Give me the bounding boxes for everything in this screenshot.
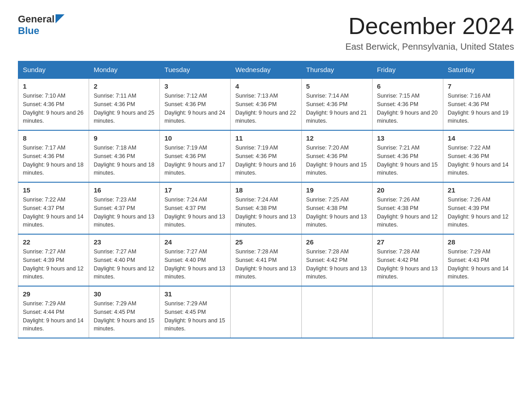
calendar-cell: 28 Sunrise: 7:29 AM Sunset: 4:43 PM Dayl… (443, 234, 514, 286)
sunrise-label: Sunrise: (377, 93, 398, 99)
sunrise-label: Sunrise: (164, 145, 185, 151)
calendar-cell (301, 286, 372, 338)
day-number: 30 (94, 290, 155, 298)
day-info: Sunrise: 7:17 AM Sunset: 4:36 PM Dayligh… (23, 144, 84, 177)
daylight-label: Daylight: (306, 265, 328, 272)
sunrise-label: Sunrise: (235, 145, 256, 151)
day-number: 23 (94, 238, 155, 246)
sunset-label: Sunset: (377, 257, 396, 263)
day-info: Sunrise: 7:12 AM Sunset: 4:36 PM Dayligh… (164, 92, 226, 125)
weekday-header-wednesday: Wednesday (231, 61, 301, 79)
daylight-label: Daylight: (164, 110, 186, 116)
sunset-label: Sunset: (306, 205, 325, 211)
calendar-cell: 24 Sunrise: 7:27 AM Sunset: 4:40 PM Dayl… (160, 234, 231, 286)
day-info: Sunrise: 7:24 AM Sunset: 4:37 PM Dayligh… (164, 196, 226, 229)
weekday-header-friday: Friday (372, 61, 443, 79)
daylight-label: Daylight: (164, 317, 186, 324)
sunset-label: Sunset: (377, 205, 396, 211)
calendar-cell: 31 Sunrise: 7:29 AM Sunset: 4:45 PM Dayl… (160, 286, 231, 338)
daylight-label: Daylight: (164, 214, 186, 220)
calendar-cell: 4 Sunrise: 7:13 AM Sunset: 4:36 PM Dayli… (231, 78, 301, 130)
calendar-cell: 16 Sunrise: 7:23 AM Sunset: 4:37 PM Dayl… (89, 182, 160, 234)
calendar-cell: 27 Sunrise: 7:28 AM Sunset: 4:42 PM Dayl… (372, 234, 443, 286)
sunset-label: Sunset: (377, 101, 396, 107)
day-number: 6 (377, 82, 438, 90)
weekday-header-thursday: Thursday (301, 61, 372, 79)
calendar-cell: 29 Sunrise: 7:29 AM Sunset: 4:44 PM Dayl… (18, 286, 89, 338)
day-info: Sunrise: 7:25 AM Sunset: 4:38 PM Dayligh… (306, 196, 368, 229)
day-info: Sunrise: 7:28 AM Sunset: 4:41 PM Dayligh… (235, 248, 296, 281)
sunset-label: Sunset: (94, 153, 112, 159)
daylight-label: Daylight: (235, 265, 257, 272)
calendar-cell (443, 286, 514, 338)
sunset-label: Sunset: (23, 257, 42, 263)
daylight-label: Daylight: (23, 110, 45, 116)
calendar-cell: 13 Sunrise: 7:21 AM Sunset: 4:36 PM Dayl… (372, 130, 443, 182)
day-number: 28 (448, 238, 509, 246)
sunset-label: Sunset: (306, 257, 325, 263)
calendar-cell: 22 Sunrise: 7:27 AM Sunset: 4:39 PM Dayl… (18, 234, 89, 286)
day-info: Sunrise: 7:15 AM Sunset: 4:36 PM Dayligh… (377, 92, 438, 125)
day-number: 1 (23, 82, 84, 90)
day-info: Sunrise: 7:29 AM Sunset: 4:43 PM Dayligh… (448, 248, 509, 281)
sunrise-label: Sunrise: (377, 197, 398, 203)
sunrise-label: Sunrise: (164, 300, 185, 307)
day-number: 3 (164, 82, 226, 90)
daylight-label: Daylight: (377, 162, 399, 168)
day-number: 7 (448, 82, 509, 90)
calendar-cell: 15 Sunrise: 7:22 AM Sunset: 4:37 PM Dayl… (18, 182, 89, 234)
day-number: 9 (94, 134, 155, 142)
sunrise-label: Sunrise: (448, 248, 468, 255)
day-info: Sunrise: 7:29 AM Sunset: 4:44 PM Dayligh… (23, 300, 84, 333)
sunset-label: Sunset: (94, 309, 112, 315)
calendar-cell: 14 Sunrise: 7:22 AM Sunset: 4:36 PM Dayl… (443, 130, 514, 182)
sunset-label: Sunset: (23, 309, 42, 315)
calendar-cell: 30 Sunrise: 7:29 AM Sunset: 4:45 PM Dayl… (89, 286, 160, 338)
day-info: Sunrise: 7:28 AM Sunset: 4:42 PM Dayligh… (377, 248, 438, 281)
calendar-cell: 17 Sunrise: 7:24 AM Sunset: 4:37 PM Dayl… (160, 182, 231, 234)
sunset-label: Sunset: (164, 101, 183, 107)
sunset-label: Sunset: (94, 205, 112, 211)
daylight-label: Daylight: (94, 110, 116, 116)
sunrise-label: Sunrise: (94, 300, 114, 307)
day-number: 22 (23, 238, 84, 246)
sunrise-label: Sunrise: (235, 93, 256, 99)
sunset-label: Sunset: (164, 309, 183, 315)
day-info: Sunrise: 7:27 AM Sunset: 4:40 PM Dayligh… (94, 248, 155, 281)
daylight-label: Daylight: (377, 214, 399, 220)
calendar-cell: 6 Sunrise: 7:15 AM Sunset: 4:36 PM Dayli… (372, 78, 443, 130)
daylight-label: Daylight: (448, 265, 470, 272)
sunrise-label: Sunrise: (23, 248, 43, 255)
daylight-label: Daylight: (306, 162, 328, 168)
calendar-table: SundayMondayTuesdayWednesdayThursdayFrid… (18, 61, 514, 338)
day-number: 5 (306, 82, 368, 90)
day-info: Sunrise: 7:24 AM Sunset: 4:38 PM Dayligh… (235, 196, 296, 229)
day-info: Sunrise: 7:16 AM Sunset: 4:36 PM Dayligh… (448, 92, 509, 125)
daylight-label: Daylight: (377, 265, 399, 272)
day-info: Sunrise: 7:19 AM Sunset: 4:36 PM Dayligh… (164, 144, 226, 177)
day-number: 21 (448, 186, 509, 194)
daylight-label: Daylight: (448, 214, 470, 220)
sunset-label: Sunset: (164, 153, 183, 159)
calendar-cell: 26 Sunrise: 7:28 AM Sunset: 4:42 PM Dayl… (301, 234, 372, 286)
calendar-week-4: 22 Sunrise: 7:27 AM Sunset: 4:39 PM Dayl… (18, 234, 514, 286)
sunrise-label: Sunrise: (448, 93, 468, 99)
day-info: Sunrise: 7:29 AM Sunset: 4:45 PM Dayligh… (94, 300, 155, 333)
sunrise-label: Sunrise: (23, 145, 43, 151)
sunrise-label: Sunrise: (164, 93, 185, 99)
daylight-label: Daylight: (235, 162, 257, 168)
calendar-cell: 19 Sunrise: 7:25 AM Sunset: 4:38 PM Dayl… (301, 182, 372, 234)
calendar-cell: 12 Sunrise: 7:20 AM Sunset: 4:36 PM Dayl… (301, 130, 372, 182)
month-year-title: December 2024 (345, 13, 514, 39)
day-info: Sunrise: 7:13 AM Sunset: 4:36 PM Dayligh… (235, 92, 296, 125)
day-number: 15 (23, 186, 84, 194)
weekday-header-row: SundayMondayTuesdayWednesdayThursdayFrid… (18, 61, 514, 79)
daylight-label: Daylight: (94, 265, 116, 272)
day-number: 2 (94, 82, 155, 90)
svg-marker-0 (56, 14, 64, 23)
daylight-label: Daylight: (94, 317, 116, 324)
sunrise-label: Sunrise: (377, 248, 398, 255)
day-info: Sunrise: 7:11 AM Sunset: 4:36 PM Dayligh… (94, 92, 155, 125)
weekday-header-sunday: Sunday (18, 61, 89, 79)
day-info: Sunrise: 7:18 AM Sunset: 4:36 PM Dayligh… (94, 144, 155, 177)
